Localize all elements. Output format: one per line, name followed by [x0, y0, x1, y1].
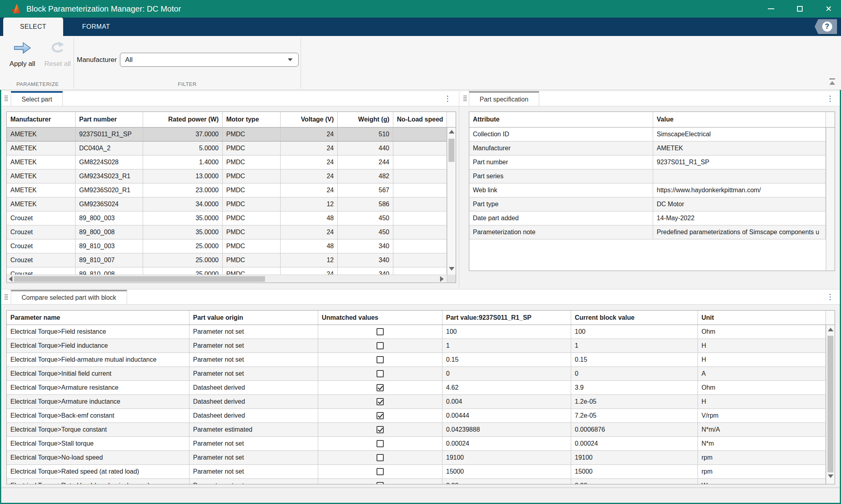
unmatched-checkbox[interactable] [377, 384, 384, 391]
column-header: Voltage (V) [281, 112, 338, 127]
tab-compare[interactable]: Compare selected part with block [11, 290, 127, 304]
apply-all-button[interactable]: Apply all [5, 40, 40, 77]
manufacturer-dropdown[interactable]: All [120, 53, 299, 67]
unmatched-checkbox[interactable] [377, 482, 384, 484]
vertical-scrollbar-thumb[interactable] [448, 139, 454, 162]
unmatched-checkbox[interactable] [377, 454, 384, 461]
column-header: Parameter name [7, 311, 189, 325]
table-row: Electrical Torque>Initial field currentP… [7, 367, 826, 381]
scroll-left-icon[interactable] [9, 276, 12, 282]
column-header [826, 112, 835, 127]
unmatched-checkbox[interactable] [377, 370, 384, 377]
table-cell: 340 [338, 267, 393, 275]
table-cell: 12 [281, 253, 338, 267]
maximize-button[interactable] [791, 1, 809, 17]
table-cell: 14-May-2022 [653, 211, 826, 225]
table-cell: PMDC [223, 253, 281, 267]
checkbox-cell [318, 367, 442, 381]
vertical-scrollbar[interactable] [826, 325, 835, 484]
vertical-scrollbar-thumb[interactable] [827, 336, 833, 472]
collapse-ribbon-button[interactable] [828, 78, 836, 86]
table-row: Electrical Torque>Armature inductanceDat… [7, 395, 826, 409]
help-button[interactable]: ? [815, 19, 837, 34]
vertical-scrollbar [826, 127, 835, 271]
table-cell: 48 [281, 239, 338, 253]
part-spec-grip-handle[interactable] [463, 96, 467, 102]
scroll-up-icon[interactable] [449, 130, 454, 133]
checkbox-cell [318, 479, 442, 484]
table-row[interactable]: Crouzet89_810_00825.0000PMDC24340 [7, 267, 447, 275]
table-cell: AMETEK [7, 155, 76, 169]
table-cell: 0.00 [571, 479, 698, 484]
table-cell: AMETEK [7, 169, 76, 183]
table-row[interactable]: AMETEKGM8224S0281.4000PMDC24244 [7, 155, 447, 169]
table-row[interactable]: Crouzet89_810_00325.0000PMDC48340 [7, 239, 447, 253]
unmatched-checkbox[interactable] [377, 468, 384, 475]
parameterize-section-label: PARAMETERIZE [5, 81, 70, 87]
scroll-right-icon[interactable] [440, 276, 444, 282]
table-cell [393, 169, 447, 183]
table-cell: 0.0006876 [571, 423, 698, 437]
table-cell: PMDC [223, 225, 281, 239]
column-header: Part number [76, 112, 143, 127]
part-spec-menu-button[interactable]: ⋮ [826, 94, 834, 104]
horizontal-scrollbar[interactable] [7, 275, 447, 283]
table-row[interactable]: AMETEKGM9234S023_R113.0000PMDC24482 [7, 169, 447, 183]
ribbon-tab-format[interactable]: FORMAT [63, 18, 129, 36]
reset-all-button: Reset all [40, 40, 75, 77]
table-cell: 0.00444 [442, 409, 571, 423]
unmatched-checkbox[interactable] [377, 398, 384, 405]
unmatched-checkbox[interactable] [377, 440, 384, 447]
unmatched-checkbox[interactable] [377, 412, 384, 419]
scroll-up-icon[interactable] [828, 328, 833, 331]
table-cell: 0 [442, 367, 571, 381]
select-part-menu-button[interactable]: ⋮ [444, 94, 452, 104]
table-cell: 24 [281, 127, 338, 141]
unmatched-checkbox[interactable] [377, 426, 384, 433]
unmatched-checkbox[interactable] [377, 356, 384, 363]
table-cell: N*m/A [698, 423, 826, 437]
scroll-down-icon[interactable] [449, 267, 454, 271]
horizontal-scrollbar-thumb[interactable] [14, 276, 265, 282]
table-cell: PMDC [223, 211, 281, 225]
table-row[interactable]: Crouzet89_800_00335.0000PMDC48450 [7, 211, 447, 225]
table-cell: Manufacturer [469, 141, 653, 155]
table-cell: Datasheet derived [189, 395, 318, 409]
unmatched-checkbox[interactable] [377, 342, 384, 349]
table-cell: PMDC [223, 127, 281, 141]
compare-grip-handle[interactable] [4, 294, 8, 301]
table-row[interactable]: Crouzet89_810_00725.0000PMDC12340 [7, 253, 447, 267]
table-row: Electrical Torque>Field inductanceParame… [7, 339, 826, 353]
checkbox-cell [318, 451, 442, 465]
table-row[interactable]: AMETEKDC040A_25.0000PMDC24440 [7, 141, 447, 155]
compare-menu-button[interactable]: ⋮ [826, 292, 834, 302]
select-part-grip-handle[interactable] [4, 96, 8, 102]
tab-select-part[interactable]: Select part [11, 91, 63, 106]
table-row[interactable]: AMETEKGM9236S02434.0000PMDC12586 [7, 197, 447, 211]
table-cell: 0.15 [442, 353, 571, 367]
scroll-down-icon[interactable] [828, 474, 833, 478]
table-cell: 567 [338, 183, 393, 197]
table-row[interactable]: AMETEKGM9236S020_R123.0000PMDC24567 [7, 183, 447, 197]
table-cell: Parameter estimated [189, 423, 318, 437]
ribbon-tab-select[interactable]: SELECT [3, 18, 63, 36]
table-cell [393, 225, 447, 239]
tab-part-specification[interactable]: Part specification [469, 91, 539, 106]
close-button[interactable]: ✕ [819, 1, 838, 17]
unmatched-checkbox[interactable] [377, 328, 384, 335]
table-cell: 0 [571, 367, 698, 381]
table-row[interactable]: AMETEK9237S011_R1_SP37.0000PMDC24510 [7, 127, 447, 141]
table-cell: H [698, 395, 826, 409]
table-cell: Electrical Torque>Rated speed (at rated … [7, 465, 189, 479]
table-cell: 0.00 [442, 479, 571, 484]
table-cell: Part series [469, 169, 653, 183]
select-part-table: ManufacturerPart numberRated power (W)Mo… [6, 112, 456, 283]
table-row[interactable]: Crouzet89_800_00835.0000PMDC24450 [7, 225, 447, 239]
table-cell: Web link [469, 183, 653, 197]
table-row: Part typeDC Motor [469, 197, 826, 211]
table-cell: Crouzet [7, 253, 76, 267]
vertical-scrollbar[interactable] [447, 127, 456, 275]
table-cell [393, 253, 447, 267]
minimize-button[interactable] [762, 1, 780, 17]
table-cell: Electrical Torque>Rated load (mechanical… [7, 479, 189, 484]
